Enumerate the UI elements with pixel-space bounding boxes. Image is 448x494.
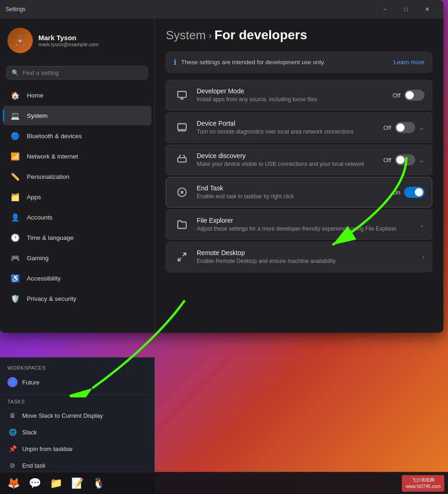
title-bar-controls: − □ ✕ [374,2,438,17]
search-input[interactable] [23,69,143,76]
setting-row-developer-mode: Developer Mode Install apps from any sou… [166,80,432,110]
file-explorer-title: File Explorer [197,217,412,224]
taskbar-notepad[interactable]: 📝 [67,474,87,493]
taskbar: 🦊 💬 📁 📝 🐧 飞沙系统网 www.fs0745.com [0,472,448,494]
task-label: Slack [22,429,37,436]
breadcrumb-parent: System [166,28,206,43]
user-email: mark.tyson@example.com [38,42,98,47]
task-slack[interactable]: 🌐 Slack [0,424,154,440]
sidebar-item-apps[interactable]: 🗂️ Apps [3,187,151,207]
taskbar-skype[interactable]: 💬 [25,474,44,493]
remote-desktop-desc: Enable Remote Desktop and ensure machine… [197,257,416,265]
user-info: Mark Tyson mark.tyson@example.com [38,34,98,47]
time-icon: 🕐 [10,232,20,243]
title-bar-left: Settings [6,6,25,12]
taskbar-file-manager[interactable]: 📁 [46,474,66,493]
title-bar: Settings − □ ✕ [0,0,443,18]
taskbar-network[interactable]: 🐧 [89,474,108,493]
sidebar-item-privacy[interactable]: 🛡️ Privacy & security [3,289,151,308]
svg-line-10 [178,258,181,261]
device-discovery-title: Device discovery [197,152,377,159]
search-icon: 🔍 [12,69,19,76]
developer-mode-title: Developer Mode [197,87,386,95]
accounts-icon: 👤 [10,212,20,222]
taskbar-firefox[interactable]: 🦊 [4,474,23,493]
sidebar-item-bluetooth[interactable]: 🔵 Bluetooth & devices [3,126,151,146]
sidebar-item-label: Time & language [27,234,74,241]
info-text: These settings are intended for developm… [181,59,389,66]
device-portal-icon [174,119,190,136]
learn-more-link[interactable]: Learn more [394,59,424,66]
sidebar-item-label: Personalization [27,173,69,180]
sidebar-item-time[interactable]: 🕐 Time & language [3,228,151,247]
gaming-icon: 🎮 [10,253,20,263]
svg-rect-3 [178,124,186,130]
sidebar-item-network[interactable]: 📶 Network & internet [3,146,151,166]
sidebar-item-personalization[interactable]: ✏️ Personalization [3,167,151,186]
end-task-title: End Task [197,184,386,192]
panel-divider [0,395,154,395]
window-title: Settings [6,6,25,12]
unpin-icon: 📌 [7,444,18,454]
sidebar-item-home[interactable]: 🏠 Home [3,85,151,105]
setting-row-device-discovery: Device discovery Make your device visibl… [166,145,432,175]
file-explorer-chevron: ⌄ [419,221,424,228]
workspace-name: Future [22,379,40,386]
avatar-image: 🧸 [7,28,33,53]
device-discovery-toggle[interactable] [395,154,415,165]
svg-rect-0 [178,91,186,98]
info-banner: ℹ These settings are intended for develo… [166,52,432,73]
sidebar-item-gaming[interactable]: 🎮 Gaming [3,248,151,268]
user-profile[interactable]: 🧸 Mark Tyson mark.tyson@example.com [0,18,154,62]
end-task-desc: Enable end task in taskbar by right clic… [197,193,386,201]
device-portal-desc: Turn on remote diagnostics over local ar… [197,128,377,136]
sidebar-item-label: Bluetooth & devices [27,133,82,140]
remote-desktop-title: Remote Desktop [197,249,416,256]
search-container: 🔍 [0,62,154,85]
end-task-icon [174,184,190,201]
sidebar-item-accessibility[interactable]: ♿ Accessibility [3,268,151,288]
task-label: End task [22,462,46,469]
accessibility-icon: ♿ [10,273,20,283]
file-explorer-desc: Adjust these settings for a more develop… [197,225,412,233]
user-name: Mark Tyson [38,34,98,42]
sidebar-item-accounts[interactable]: 👤 Accounts [3,207,151,227]
task-end-task[interactable]: ⊘ End task [0,457,154,474]
breadcrumb-current: For developers [214,28,307,43]
minimize-button[interactable]: − [374,2,395,17]
task-label: Unpin from taskbar [22,445,73,452]
task-move-slack[interactable]: 🖥 Move Slack to Current Display [0,407,154,424]
developer-mode-toggle-label: Off [393,92,400,99]
task-unpin[interactable]: 📌 Unpin from taskbar [0,440,154,457]
network-icon: 📶 [10,151,20,161]
workspace-icon: 🌐 [7,377,18,387]
remote-desktop-icon [174,249,190,265]
svg-rect-5 [178,158,186,162]
developer-mode-toggle[interactable] [404,90,424,101]
sidebar-item-system[interactable]: 💻 System [3,106,151,125]
setting-row-device-portal: Device Portal Turn on remote diagnostics… [166,112,432,143]
search-wrapper[interactable]: 🔍 [6,66,148,79]
device-discovery-desc: Make your device visible to USB connecti… [197,160,377,168]
device-portal-toggle-label: Off [383,124,391,131]
tasks-label: Tasks [0,399,154,407]
workspace-future[interactable]: 🌐 Future [0,373,154,391]
watermark-url: www.fs0745.com [406,483,441,490]
watermark-site: 飞沙系统网 [406,477,441,483]
device-portal-toggle[interactable] [395,122,415,133]
remote-desktop-arrow: › [422,253,424,261]
sidebar-item-label: Gaming [27,255,48,262]
setting-row-file-explorer: File Explorer Adjust these settings for … [166,209,432,240]
maximize-button[interactable]: □ [395,2,417,17]
task-label: Move Slack to Current Display [22,412,103,419]
close-button[interactable]: ✕ [417,2,438,17]
end-task-toggle[interactable] [404,187,424,198]
watermark: 飞沙系统网 www.fs0745.com [402,475,444,492]
main-content: 🧸 Mark Tyson mark.tyson@example.com 🔍 🏠 … [0,18,443,333]
sidebar-item-label: Home [27,92,43,99]
end-task-icon: ⊘ [7,460,18,470]
breadcrumb-separator: › [209,30,212,41]
breadcrumb: System › For developers [166,28,432,43]
avatar: 🧸 [7,28,33,53]
personalization-icon: ✏️ [10,171,20,182]
